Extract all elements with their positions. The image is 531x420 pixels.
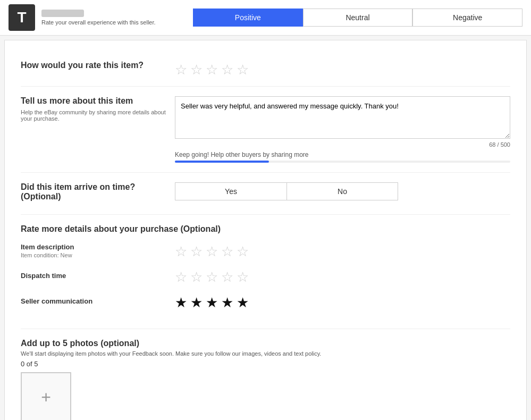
rating-tabs: Positive Neutral Negative <box>193 9 522 27</box>
seller-name-blurred <box>41 10 84 17</box>
item-rating-row: How would you rate this item? ☆ ☆ ☆ ☆ ☆ <box>21 61 510 77</box>
main-content: How would you rate this item? ☆ ☆ ☆ ☆ ☆ … <box>4 40 527 420</box>
arrival-section: Did this item arrive on time? (Optional)… <box>21 173 510 215</box>
seller-comm-row: Seller communication ★ ★ ★ ★ ★ <box>21 293 510 309</box>
seller-comm-label-container: Seller communication <box>21 297 175 306</box>
progress-hint: Keep going! Help other buyers by sharing… <box>175 151 510 158</box>
star-2[interactable]: ☆ <box>190 63 203 77</box>
arrival-title: Did this item arrive on time? (Optional) <box>21 182 175 201</box>
item-desc-star-4[interactable]: ☆ <box>221 245 233 258</box>
dispatch-time-stars: ☆ ☆ ☆ ☆ ☆ <box>175 270 249 284</box>
rating-label: Rate your overall experience with this s… <box>41 19 156 26</box>
tell-us-title: Tell us more about this item <box>21 96 175 106</box>
tell-us-section: Tell us more about this item Help the eB… <box>21 87 510 173</box>
dispatch-star-1[interactable]: ☆ <box>175 270 187 284</box>
tab-neutral[interactable]: Neutral <box>303 9 413 27</box>
char-count: 68 / 500 <box>175 141 510 148</box>
item-description-label: Item description <box>21 243 175 251</box>
avatar-letter: T <box>17 9 26 26</box>
rate-more-title: Rate more details about your purchase (O… <box>21 224 510 234</box>
dispatch-star-4[interactable]: ☆ <box>221 270 233 284</box>
tell-us-row: Tell us more about this item Help the eB… <box>21 96 510 163</box>
dispatch-time-label-container: Dispatch time <box>21 272 175 281</box>
yes-button[interactable]: Yes <box>175 182 286 200</box>
yes-no-row: Yes No <box>175 182 510 200</box>
tab-negative[interactable]: Negative <box>412 9 522 27</box>
arrival-buttons: Yes No <box>175 182 510 200</box>
add-photo-icon: + <box>41 388 51 407</box>
arrival-label: Did this item arrive on time? (Optional) <box>21 182 175 205</box>
tell-us-textarea[interactable]: Seller was very helpful, and answered my… <box>175 96 510 139</box>
dispatch-time-row: Dispatch time ☆ ☆ ☆ ☆ ☆ <box>21 268 510 284</box>
seller-comm-stars: ★ ★ ★ ★ ★ <box>175 296 249 309</box>
no-button[interactable]: No <box>286 182 398 200</box>
rate-more-section: Rate more details about your purchase (O… <box>21 215 510 329</box>
progress-bar-fill <box>175 161 269 163</box>
photos-section: Add up to 5 photos (optional) We'll star… <box>21 329 510 420</box>
dispatch-star-3[interactable]: ☆ <box>206 270 218 284</box>
tab-positive[interactable]: Positive <box>193 9 303 27</box>
seller-comm-label: Seller communication <box>21 297 175 305</box>
photos-title: Add up to 5 photos (optional) <box>21 339 510 348</box>
seller-avatar: T <box>9 4 35 31</box>
item-rating-stars-container: ☆ ☆ ☆ ☆ ☆ <box>175 61 510 77</box>
star-1[interactable]: ☆ <box>175 63 187 77</box>
photos-sub: We'll start displaying item photos with … <box>21 350 510 357</box>
photo-upload-button[interactable]: + <box>21 372 71 420</box>
item-rating-section: How would you rate this item? ☆ ☆ ☆ ☆ ☆ <box>21 51 510 87</box>
item-description-stars: ☆ ☆ ☆ ☆ ☆ <box>175 245 249 258</box>
tell-us-label: Tell us more about this item Help the eB… <box>21 96 175 128</box>
dispatch-star-5[interactable]: ☆ <box>237 270 249 284</box>
star-4[interactable]: ☆ <box>221 63 233 77</box>
seller-comm-star-3[interactable]: ★ <box>206 296 218 309</box>
seller-comm-star-5[interactable]: ★ <box>237 296 249 309</box>
seller-comm-star-1[interactable]: ★ <box>175 296 187 309</box>
top-bar: T Rate your overall experience with this… <box>0 0 531 36</box>
progress-bar-container: Keep going! Help other buyers by sharing… <box>175 151 510 163</box>
progress-bar-bg <box>175 161 510 163</box>
photos-count: 0 of 5 <box>21 360 510 368</box>
item-rating-title: How would you rate this item? <box>21 61 175 70</box>
seller-info: Rate your overall experience with this s… <box>41 10 156 26</box>
item-desc-star-5[interactable]: ☆ <box>237 245 249 258</box>
star-3[interactable]: ☆ <box>206 63 218 77</box>
dispatch-time-label: Dispatch time <box>21 272 175 280</box>
item-desc-star-2[interactable]: ☆ <box>190 245 203 258</box>
arrival-row: Did this item arrive on time? (Optional)… <box>21 182 510 205</box>
dispatch-star-2[interactable]: ☆ <box>190 270 203 284</box>
item-description-sub: Item condition: New <box>21 252 175 258</box>
item-rating-stars: ☆ ☆ ☆ ☆ ☆ <box>175 63 510 77</box>
star-5[interactable]: ☆ <box>237 63 249 77</box>
item-desc-star-1[interactable]: ☆ <box>175 245 187 258</box>
item-description-label-container: Item description Item condition: New <box>21 243 175 258</box>
item-description-row: Item description Item condition: New ☆ ☆… <box>21 242 510 258</box>
seller-comm-star-2[interactable]: ★ <box>190 296 203 309</box>
tell-us-right: Seller was very helpful, and answered my… <box>175 96 510 163</box>
tell-us-subtitle: Help the eBay community by sharing more … <box>21 109 175 122</box>
item-rating-label: How would you rate this item? <box>21 61 175 73</box>
item-desc-star-3[interactable]: ☆ <box>206 245 218 258</box>
seller-comm-star-4[interactable]: ★ <box>221 296 233 309</box>
